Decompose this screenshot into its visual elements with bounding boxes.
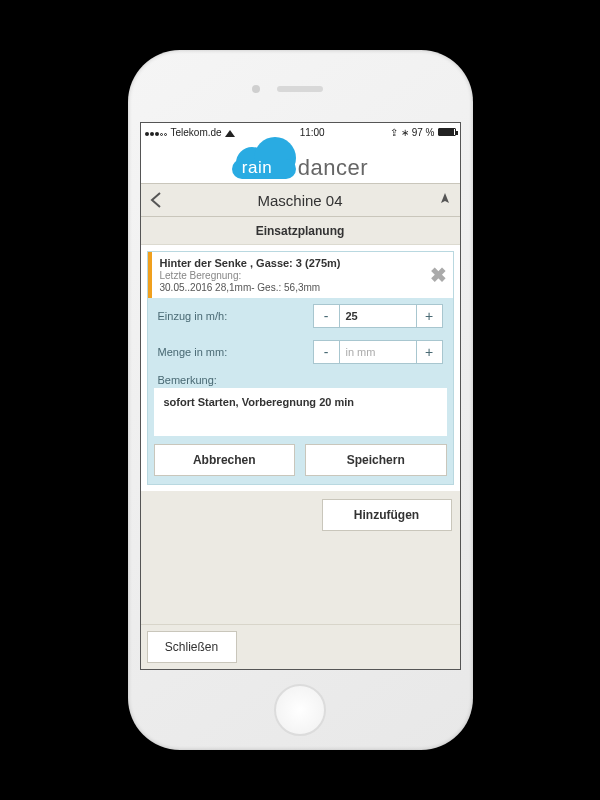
last-irrigation-data: 30.05..2016 28,1mm- Ges.: 56,3mm <box>160 282 445 293</box>
alarm-icon: ⇪ <box>390 127 398 138</box>
menge-label: Menge in mm: <box>158 346 313 358</box>
battery-icon <box>438 128 456 136</box>
page-title: Maschine 04 <box>171 192 430 209</box>
signal-dots-icon <box>145 127 168 138</box>
map-marker-icon[interactable] <box>430 184 460 216</box>
phone-frame: Telekom.de 11:00 ⇪ ∗ 97 % rain dancer <box>128 50 473 750</box>
einzug-plus-button[interactable]: + <box>416 305 442 327</box>
cloud-icon: rain <box>232 145 296 179</box>
cancel-button[interactable]: Abbrechen <box>154 444 296 476</box>
save-button[interactable]: Speichern <box>305 444 447 476</box>
selected-field-row: Hinter der Senke , Gasse: 3 (275m) Letzt… <box>148 252 453 298</box>
battery-percent: 97 % <box>412 127 435 138</box>
app-logo: rain dancer <box>141 141 460 183</box>
ios-status-bar: Telekom.de 11:00 ⇪ ∗ 97 % <box>141 123 460 141</box>
einzug-minus-button[interactable]: - <box>314 305 340 327</box>
menge-value[interactable]: in mm <box>340 341 416 363</box>
planning-card: Hinter der Senke , Gasse: 3 (275m) Letzt… <box>147 251 454 485</box>
einzug-value[interactable]: 25 <box>340 305 416 327</box>
menge-plus-button[interactable]: + <box>416 341 442 363</box>
menge-minus-button[interactable]: - <box>314 341 340 363</box>
back-button[interactable] <box>141 184 171 216</box>
phone-speaker <box>277 86 323 92</box>
remark-label: Bemerkung: <box>148 370 453 388</box>
close-button[interactable]: Schließen <box>147 631 237 663</box>
einzug-row: Einzug in m/h: - 25 + <box>148 298 453 334</box>
logo-text-rain: rain <box>242 158 272 178</box>
phone-camera <box>252 85 260 93</box>
title-bar: Maschine 04 <box>141 183 460 217</box>
menge-row: Menge in mm: - in mm + <box>148 334 453 370</box>
home-button[interactable] <box>274 684 326 736</box>
section-header: Einsatzplanung <box>141 217 460 245</box>
clock-label: 11:00 <box>300 127 325 138</box>
lower-panel: Hinzufügen Schließen <box>141 491 460 669</box>
remark-input[interactable]: sofort Starten, Vorberegnung 20 min <box>154 388 447 436</box>
bluetooth-icon: ∗ <box>401 127 409 138</box>
last-irrigation-label: Letzte Beregnung: <box>160 270 445 281</box>
logo-text-dancer: dancer <box>298 155 368 181</box>
menge-stepper: - in mm + <box>313 340 443 364</box>
carrier-label: Telekom.de <box>171 127 222 138</box>
remove-field-button[interactable]: ✖ <box>430 263 447 287</box>
einzug-stepper: - 25 + <box>313 304 443 328</box>
app-screen: Telekom.de 11:00 ⇪ ∗ 97 % rain dancer <box>140 122 461 670</box>
field-title: Hinter der Senke , Gasse: 3 (275m) <box>160 257 445 269</box>
add-button[interactable]: Hinzufügen <box>322 499 452 531</box>
wifi-icon <box>225 127 235 137</box>
einzug-label: Einzug in m/h: <box>158 310 313 322</box>
